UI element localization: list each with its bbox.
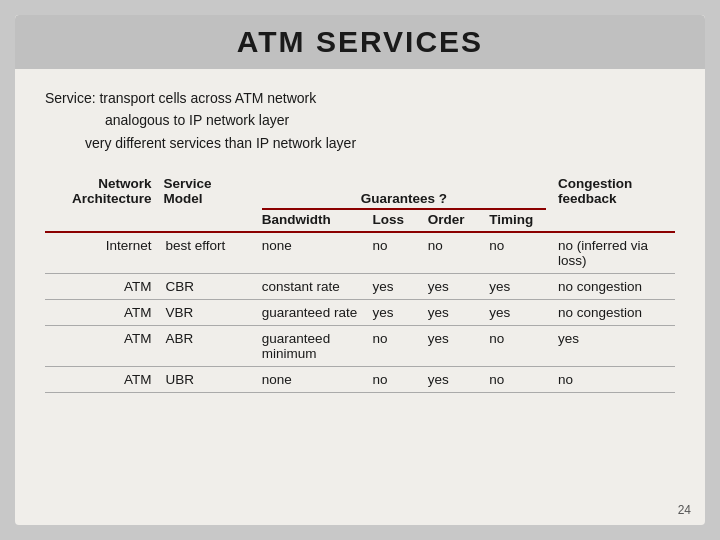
title-bar: ATM SERVICES bbox=[15, 15, 705, 69]
slide-content: Service: transport cells across ATM netw… bbox=[15, 69, 705, 403]
sub-header-order: Order bbox=[422, 210, 483, 232]
cell-congestion: no (inferred via loss) bbox=[552, 232, 675, 274]
cell-bandwidth: guaranteed rate bbox=[256, 300, 367, 326]
cell-service: best effort bbox=[158, 232, 256, 274]
intro-line3: very different services than IP network … bbox=[45, 132, 675, 154]
cell-order: yes bbox=[422, 367, 483, 393]
cell-bandwidth: guaranteed minimum bbox=[256, 326, 367, 367]
cell-loss: yes bbox=[366, 300, 421, 326]
intro-text: Service: transport cells across ATM netw… bbox=[45, 87, 675, 154]
cell-timing: no bbox=[483, 367, 552, 393]
guarantees-label: Guarantees ? bbox=[262, 191, 546, 210]
cell-service: CBR bbox=[158, 274, 256, 300]
table-row: Internetbest effortnonenononono (inferre… bbox=[45, 232, 675, 274]
cell-network: ATM bbox=[45, 326, 158, 367]
cell-network: ATM bbox=[45, 300, 158, 326]
table-body: Internetbest effortnonenononono (inferre… bbox=[45, 232, 675, 393]
cell-loss: no bbox=[366, 326, 421, 367]
cell-order: no bbox=[422, 232, 483, 274]
cell-congestion: no congestion bbox=[552, 300, 675, 326]
cell-loss: no bbox=[366, 232, 421, 274]
cell-timing: yes bbox=[483, 300, 552, 326]
sub-header-bandwidth: Bandwidth bbox=[256, 210, 367, 232]
cell-loss: yes bbox=[366, 274, 421, 300]
sub-header-row: Bandwidth Loss Order Timing bbox=[45, 210, 675, 232]
table-row: ATMVBRguaranteed rateyesyesyesno congest… bbox=[45, 300, 675, 326]
slide-title: ATM SERVICES bbox=[35, 25, 685, 59]
cell-timing: no bbox=[483, 326, 552, 367]
cell-service: VBR bbox=[158, 300, 256, 326]
sub-header-timing: Timing bbox=[483, 210, 552, 232]
cell-loss: no bbox=[366, 367, 421, 393]
header-service-model: Service Model bbox=[158, 172, 256, 210]
table-row: ATMUBRnonenoyesnono bbox=[45, 367, 675, 393]
cell-congestion: no bbox=[552, 367, 675, 393]
atm-services-table: Network Architecture Service Model Guara… bbox=[45, 172, 675, 393]
cell-network: ATM bbox=[45, 274, 158, 300]
slide-number: 24 bbox=[678, 503, 691, 517]
cell-timing: yes bbox=[483, 274, 552, 300]
header-network: Network Architecture bbox=[45, 172, 158, 210]
cell-timing: no bbox=[483, 232, 552, 274]
table-wrapper: Network Architecture Service Model Guara… bbox=[45, 172, 675, 393]
cell-service: UBR bbox=[158, 367, 256, 393]
cell-congestion: yes bbox=[552, 326, 675, 367]
sub-header-loss: Loss bbox=[366, 210, 421, 232]
guarantees-header-row: Network Architecture Service Model Guara… bbox=[45, 172, 675, 210]
table-row: ATMABRguaranteed minimumnoyesnoyes bbox=[45, 326, 675, 367]
header-congestion: Congestion feedback bbox=[552, 172, 675, 210]
cell-order: yes bbox=[422, 300, 483, 326]
sub-header-network-blank bbox=[45, 210, 158, 232]
cell-service: ABR bbox=[158, 326, 256, 367]
cell-network: ATM bbox=[45, 367, 158, 393]
sub-header-congestion-blank bbox=[552, 210, 675, 232]
sub-header-service-blank bbox=[158, 210, 256, 232]
guarantees-spanning-header: Guarantees ? bbox=[256, 172, 552, 210]
cell-bandwidth: none bbox=[256, 367, 367, 393]
cell-network: Internet bbox=[45, 232, 158, 274]
cell-bandwidth: none bbox=[256, 232, 367, 274]
cell-bandwidth: constant rate bbox=[256, 274, 367, 300]
table-row: ATMCBRconstant rateyesyesyesno congestio… bbox=[45, 274, 675, 300]
cell-order: yes bbox=[422, 326, 483, 367]
cell-order: yes bbox=[422, 274, 483, 300]
intro-line1: Service: transport cells across ATM netw… bbox=[45, 87, 675, 109]
slide: ATM SERVICES Service: transport cells ac… bbox=[15, 15, 705, 525]
intro-line2: analogous to IP network layer bbox=[45, 109, 675, 131]
cell-congestion: no congestion bbox=[552, 274, 675, 300]
